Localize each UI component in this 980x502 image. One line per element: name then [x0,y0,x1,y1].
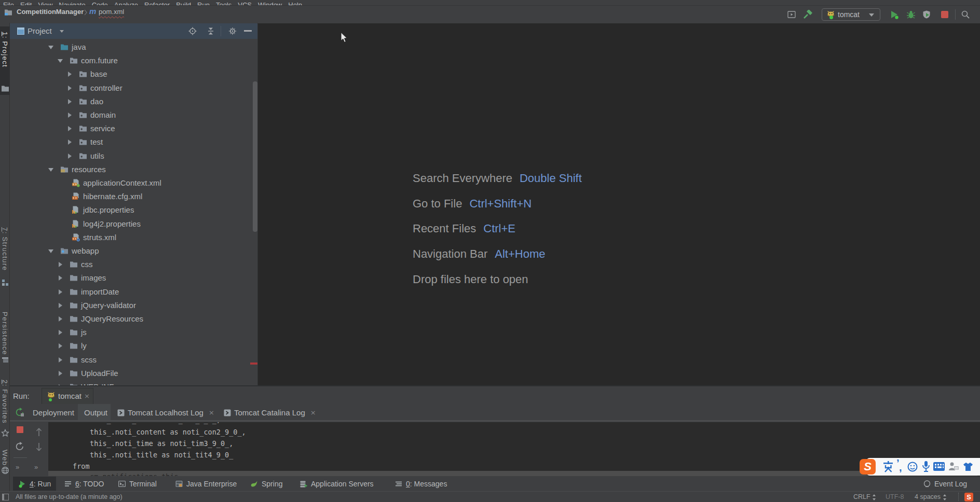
tree-collapse-arrow-icon[interactable] [59,262,62,267]
tree-item-uploadfile[interactable]: UploadFile [10,367,258,380]
menu-file[interactable]: File [0,1,17,6]
tree-collapse-arrow-icon[interactable] [59,289,62,295]
tool-window-button-terminal[interactable]: Terminal [115,477,160,491]
tree-item-ly[interactable]: ly [10,339,258,353]
project-panel-title[interactable]: Project [28,26,52,35]
tree-item-struts-xml[interactable]: struts.xml [10,231,258,244]
tree-collapse-arrow-icon[interactable] [59,371,62,376]
breadcrumb-project[interactable]: CompetitionManager [17,8,84,16]
stripe-button-web[interactable]: Web [1,450,9,466]
console-tab-tomcat-localhost-log[interactable]: Tomcat Localhost Log× [114,404,219,421]
tree-item-jquery-validator[interactable]: jQuery-validator [10,299,258,312]
stripe-button-persistence[interactable]: Persistence [1,312,9,355]
stop-button[interactable] [17,426,23,433]
tree-item-controller[interactable]: controller [10,81,258,95]
tree-item-domain[interactable]: domain [10,108,258,122]
tree-item-java[interactable]: java [10,40,258,54]
tree-item-test[interactable]: test [10,135,258,149]
tree-collapse-arrow-icon[interactable] [68,113,72,118]
run-button[interactable] [890,10,899,19]
tree-collapse-arrow-icon[interactable] [68,86,72,91]
stripe-button-structure[interactable]: 7: Structure [1,227,9,271]
menu-code[interactable]: Code [89,1,111,6]
locate-file-icon[interactable] [188,27,197,35]
console-tab-deployment[interactable]: Deployment [30,404,78,421]
tree-collapse-arrow-icon[interactable] [68,99,72,104]
gear-icon[interactable] [228,27,237,35]
menu-edit[interactable]: Edit [17,1,35,6]
close-icon[interactable]: × [310,409,316,416]
close-icon[interactable]: × [84,392,90,400]
tree-item-webapp[interactable]: webapp [10,244,258,258]
menu-refactor[interactable]: Refactor [141,1,173,6]
event-log-button[interactable]: Event Log [923,477,967,491]
stop-button[interactable] [941,11,948,18]
debug-button[interactable] [906,10,916,19]
console-hscrollbar[interactable] [48,471,977,476]
tool-window-button--run[interactable]: 4: Run [13,477,56,491]
collapse-all-icon[interactable] [207,27,215,35]
tree-collapse-arrow-icon[interactable] [59,303,62,308]
tool-window-button-spring[interactable]: Spring [247,477,285,491]
menu-build[interactable]: Build [173,1,194,6]
tree-collapse-arrow-icon[interactable] [59,330,62,335]
tree-item-com-future[interactable]: com.future [10,54,258,67]
run-config-combobox[interactable]: tomcat [822,8,880,21]
tree-item-service[interactable]: service [10,122,258,135]
stripe-button-project[interactable]: 1: Project [1,32,9,67]
ime-skin-icon[interactable] [962,461,974,472]
tree-item-jdbc-properties[interactable]: jdbc.properties [10,203,258,217]
restart-server-button[interactable] [15,442,24,451]
ime-lang-icon[interactable] [882,461,894,473]
toggle-stripes-icon[interactable] [2,494,9,500]
more-actions-button[interactable]: » [34,463,38,471]
menu-analyze[interactable]: Analyze [111,1,141,6]
tree-item-js[interactable]: js [10,326,258,339]
tree-collapse-arrow-icon[interactable] [68,140,72,145]
sogou-logo[interactable]: S [860,459,876,475]
menu-view[interactable]: View [35,1,56,6]
tree-collapse-arrow-icon[interactable] [59,275,62,281]
menu-tools[interactable]: Tools [213,1,235,6]
ime-emoji-icon[interactable] [907,462,918,472]
menu-vcs[interactable]: VCS [235,1,255,6]
search-everywhere-icon[interactable] [961,10,970,19]
tree-item-web-inf[interactable]: WEB-INF [10,380,258,385]
encoding-selector[interactable]: UTF-8 [886,493,904,500]
tree-item-log4j2-properties[interactable]: log4j2.properties [10,217,258,231]
tree-collapse-arrow-icon[interactable] [68,154,72,159]
tree-item-dao[interactable]: dao [10,95,258,108]
tree-item-resources[interactable]: resources [10,163,258,176]
tree-expand-arrow-icon[interactable] [58,59,63,63]
tree-item-applicationcontext-xml[interactable]: applicationContext.xml [10,176,258,190]
ime-punct-icon[interactable]: ’, [896,461,904,473]
tool-window-button-application-servers[interactable]: Application Servers [296,477,377,491]
console-tab-tomcat-catalina-log[interactable]: Tomcat Catalina Log× [221,404,327,421]
sogou-icon[interactable]: S [964,493,973,501]
tree-collapse-arrow-icon[interactable] [68,72,72,77]
tool-window-button--todo[interactable]: 6: TODO [61,477,107,491]
rerun-button[interactable] [15,408,24,417]
line-ending-selector[interactable]: CRLF [853,493,877,500]
tree-expand-arrow-icon[interactable] [48,249,53,253]
run-with-coverage-button[interactable] [922,10,931,19]
menu-window[interactable]: Window [255,1,285,6]
next-occurrence-button[interactable] [35,442,43,451]
tree-item-base[interactable]: base [10,67,258,81]
tree-collapse-arrow-icon[interactable] [68,126,72,131]
ime-keyboard-icon[interactable] [933,462,945,471]
ime-account-icon[interactable] [948,461,959,472]
more-actions-button[interactable]: » [16,463,19,471]
menu-help[interactable]: Help [285,1,305,6]
tree-item-css[interactable]: css [10,258,258,271]
tree-item-utils[interactable]: utils [10,149,258,163]
console-tab-output[interactable]: Output [78,404,111,421]
tree-expand-arrow-icon[interactable] [48,168,53,172]
tool-window-button--messages[interactable]: 0: Messages [391,477,450,491]
tree-item-jqueryresources[interactable]: JQueryResources [10,312,258,326]
ime-mic-icon[interactable] [922,461,930,473]
menu-navigate[interactable]: Navigate [56,1,88,6]
run-config-tab[interactable]: tomcat× [42,388,93,404]
tree-collapse-arrow-icon[interactable] [59,316,62,322]
tree-item-scss[interactable]: scss [10,353,258,367]
